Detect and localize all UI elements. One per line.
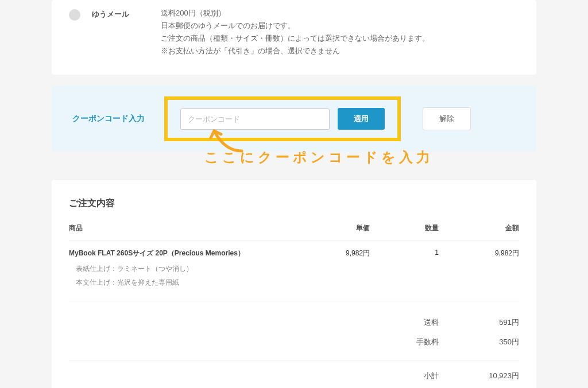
col-amount: 金額 — [439, 223, 519, 233]
product-details: 表紙仕上げ：ラミネート（つや消し） 本文仕上げ：光沢を抑えた専用紙 — [69, 262, 519, 301]
summary-tax: 消費税 1,092円 — [69, 386, 519, 388]
detail-cover: 表紙仕上げ：ラミネート（つや消し） — [76, 262, 519, 276]
summary-fee-value: 350円 — [439, 337, 519, 347]
summary-subtotal: 小計 10,923円 — [69, 366, 519, 386]
annotation-highlight: 適用 — [164, 96, 401, 141]
summary-fee-label: 手数料 — [358, 337, 439, 347]
col-price: 単価 — [301, 223, 370, 233]
item-price: 9,982円 — [301, 249, 370, 258]
detail-body: 本文仕上げ：光沢を抑えた専用紙 — [76, 276, 519, 289]
col-qty: 数量 — [370, 223, 439, 233]
coupon-section: クーポンコード入力 適用 解除 — [52, 86, 536, 152]
summary-fee: 手数料 350円 — [69, 332, 519, 352]
summary-section: 送料 591円 手数料 350円 小計 10,923円 消費税 1,092円 — [69, 301, 519, 388]
coupon-input[interactable] — [180, 108, 330, 130]
product-name: MyBook FLAT 260Sサイズ 20P（Precious Memorie… — [69, 249, 301, 258]
item-amount: 9,982円 — [439, 249, 519, 258]
shipping-line3: ご注文の商品（種類・サイズ・冊数）によっては選択できない場合があります。 — [161, 32, 519, 45]
shipping-option-card: ゆうメール 送料200円（税別） 日本郵便のゆうメールでのお届けです。 ご注文の… — [52, 0, 536, 75]
col-product: 商品 — [69, 223, 301, 233]
order-title: ご注文内容 — [69, 197, 519, 209]
summary-subtotal-value: 10,923円 — [439, 371, 519, 381]
summary-shipping-label: 送料 — [358, 317, 439, 328]
clear-button[interactable]: 解除 — [423, 107, 471, 130]
coupon-label: クーポンコード入力 — [72, 114, 153, 124]
order-summary-card: ご注文内容 商品 単価 数量 金額 MyBook FLAT 260Sサイズ 20… — [52, 180, 536, 388]
summary-subtotal-label: 小計 — [358, 371, 439, 381]
shipping-line4: ※お支払い方法が「代引き」の場合、選択できません — [161, 45, 519, 57]
shipping-radio[interactable] — [69, 9, 80, 21]
shipping-line2: 日本郵便のゆうメールでのお届けです。 — [161, 20, 519, 32]
item-qty: 1 — [370, 249, 439, 258]
annotation-text: ここにクーポンコードを入力 — [204, 148, 434, 166]
order-table-header: 商品 単価 数量 金額 — [69, 223, 519, 240]
summary-divider — [69, 360, 519, 360]
summary-shipping: 送料 591円 — [69, 313, 519, 332]
order-item-row: MyBook FLAT 260Sサイズ 20P（Precious Memorie… — [69, 240, 519, 262]
summary-shipping-value: 591円 — [439, 317, 519, 328]
shipping-line1: 送料200円（税別） — [161, 7, 519, 20]
apply-button[interactable]: 適用 — [338, 108, 385, 130]
shipping-option-name: ゆうメール — [92, 9, 149, 20]
shipping-description: 送料200円（税別） 日本郵便のゆうメールでのお届けです。 ご注文の商品（種類・… — [161, 7, 519, 57]
